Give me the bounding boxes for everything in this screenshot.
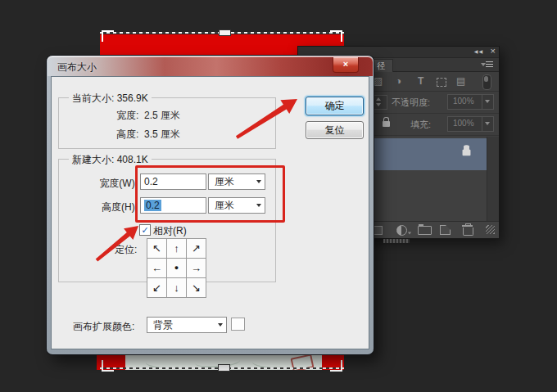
transform-corner-bottom-right[interactable] <box>330 360 342 372</box>
panel-resize-grip-icon[interactable] <box>486 225 495 234</box>
transform-corner-top-right[interactable] <box>330 30 342 42</box>
filter-type-layers-icon[interactable]: T <box>418 75 423 87</box>
anchor-top[interactable]: ↑ <box>167 239 186 258</box>
current-size-legend: 当前大小: 356.9K <box>69 92 152 106</box>
new-height-label: 高度(H): <box>77 201 138 214</box>
transform-handle-bottom-center[interactable] <box>218 364 230 372</box>
filter-pixel-layers-icon[interactable]: ▨ <box>374 75 383 87</box>
reset-button[interactable]: 复位 <box>306 121 364 139</box>
opacity-value[interactable]: 100% <box>447 94 494 110</box>
menu-bars-icon <box>486 61 493 69</box>
ok-button[interactable]: 确定 <box>306 97 364 115</box>
close-panel-icon[interactable]: × <box>491 46 496 56</box>
extension-color-swatch[interactable] <box>231 318 245 331</box>
new-layer-icon[interactable] <box>440 225 451 235</box>
anchor-right[interactable]: → <box>187 259 206 277</box>
fill-value[interactable]: 100% <box>447 116 494 132</box>
dropdown-arrow-icon <box>218 323 223 327</box>
dialog-titlebar[interactable]: 画布大小 × <box>48 56 373 76</box>
dialog-title: 画布大小 <box>57 61 97 74</box>
anchor-position-grid: ↖ ↑ ↗ ← ● → ↙ ↓ ↘ <box>147 238 206 298</box>
filter-adjustment-layers-icon[interactable]: ◑ <box>396 75 401 87</box>
anchor-center[interactable]: ● <box>167 259 186 277</box>
canvas-extension-color-label: 画布扩展颜色: <box>73 320 134 334</box>
delete-layer-icon[interactable] <box>463 228 473 236</box>
anchor-bottom[interactable]: ↓ <box>167 278 186 297</box>
relative-label: 相对(R) <box>153 224 187 238</box>
anchor-top-right[interactable]: ↗ <box>187 239 206 258</box>
current-width-value: 2.5 厘米 <box>144 109 180 123</box>
current-height-label: 高度: <box>116 128 138 142</box>
link-layers-icon[interactable] <box>374 226 383 235</box>
new-adjustment-layer-icon[interactable] <box>396 225 407 236</box>
filter-toggle-switch[interactable] <box>482 74 491 90</box>
transform-corner-bottom-left[interactable] <box>102 360 114 372</box>
current-width-label: 宽度: <box>116 109 138 123</box>
layer-list-scrollbar[interactable] <box>487 137 499 221</box>
collapse-panel-icon[interactable]: ◀◀ <box>474 48 483 54</box>
current-height-value: 3.5 厘米 <box>144 128 180 142</box>
anchor-label: 定位: <box>115 243 137 257</box>
anchor-top-left[interactable]: ↖ <box>147 239 166 258</box>
anchor-bottom-left[interactable]: ↙ <box>147 278 166 297</box>
transform-corner-top-left[interactable] <box>102 30 114 42</box>
fill-dropdown-icon[interactable] <box>482 117 493 131</box>
layer-lock-icon[interactable] <box>463 150 471 156</box>
dialog-close-button[interactable]: × <box>333 57 359 73</box>
annotation-rectangle-size-fields <box>135 165 285 223</box>
anchor-left[interactable]: ← <box>147 259 166 277</box>
lock-all-icon[interactable] <box>383 121 390 127</box>
fill-label: 填充: <box>410 119 431 131</box>
panel-resize-dots[interactable] <box>383 239 410 243</box>
transform-handle-top-center[interactable] <box>219 29 231 36</box>
panel-menu-icon[interactable] <box>481 61 493 69</box>
canvas-extension-color-dropdown[interactable]: 背景 <box>147 317 227 333</box>
relative-checkbox[interactable]: ✓ <box>139 224 151 236</box>
current-size-group: 当前大小: 356.9K 宽度: 2.5 厘米 高度: 3.5 厘米 <box>58 97 276 149</box>
adjustment-arrow-icon <box>408 232 411 235</box>
opacity-dropdown-icon[interactable] <box>482 95 493 109</box>
filter-smart-objects-icon[interactable]: ▤ <box>456 75 465 87</box>
opacity-label: 不透明度: <box>392 97 430 109</box>
anchor-bottom-right[interactable]: ↘ <box>187 278 206 297</box>
blend-mode-stepper[interactable] <box>371 95 387 110</box>
filter-shape-layers-icon[interactable] <box>437 78 446 87</box>
photoshop-workspace: ◀◀ × 径 ▨ ◑ T ▤ 不透明度: 100% <box>0 0 557 392</box>
new-group-icon[interactable] <box>418 226 432 235</box>
new-width-label: 宽度(W): <box>77 177 138 191</box>
